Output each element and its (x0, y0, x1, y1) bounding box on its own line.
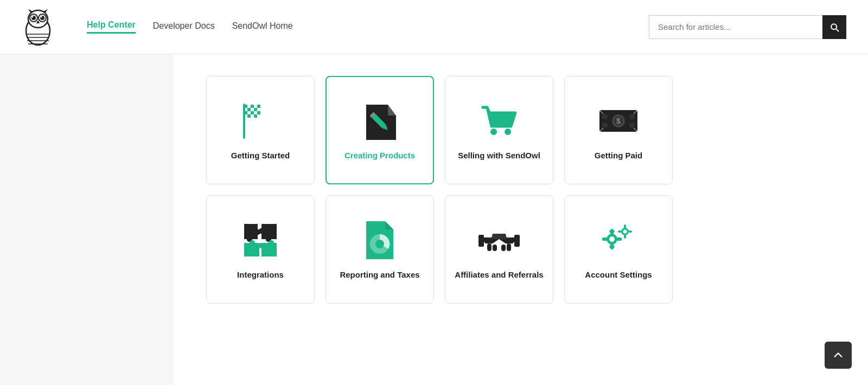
svg-rect-72 (628, 230, 632, 233)
svg-rect-53 (507, 243, 511, 251)
svg-rect-21 (247, 108, 251, 111)
card-getting-started[interactable]: Getting Started (206, 76, 315, 184)
svg-point-46 (629, 114, 635, 119)
svg-rect-34 (257, 114, 260, 118)
card-selling-with-sendowl[interactable]: Selling with SendOwl (445, 76, 553, 184)
svg-rect-62 (616, 238, 622, 241)
main-nav: Help Center Developer Docs SendOwl Home (87, 20, 627, 34)
logo-icon (22, 8, 54, 46)
svg-rect-69 (624, 224, 626, 228)
card-creating-products[interactable]: Creating Products (326, 76, 434, 184)
content-area: Getting Started (174, 54, 868, 385)
svg-rect-35 (243, 104, 245, 139)
nav-sendowl-home[interactable]: SendOwl Home (232, 21, 293, 33)
card-account-settings-label: Account Settings (585, 270, 652, 280)
svg-rect-22 (251, 108, 254, 111)
logo[interactable] (22, 8, 54, 46)
svg-point-45 (602, 114, 608, 119)
search-button[interactable] (822, 15, 846, 39)
svg-rect-19 (257, 105, 260, 108)
svg-point-47 (602, 123, 608, 128)
reporting-icon (358, 219, 401, 262)
card-creating-products-label: Creating Products (344, 150, 415, 161)
svg-point-40 (505, 129, 511, 135)
search-input[interactable] (649, 15, 822, 39)
svg-rect-56 (514, 235, 520, 247)
card-reporting-label: Reporting and Taxes (340, 270, 419, 280)
svg-point-58 (609, 236, 615, 242)
card-getting-started-label: Getting Started (231, 150, 290, 161)
card-getting-paid[interactable]: $ Getting Paid (564, 76, 673, 184)
search-area (649, 15, 846, 39)
card-getting-paid-label: Getting Paid (595, 150, 642, 161)
sidebar (0, 54, 174, 385)
svg-point-11 (41, 16, 42, 17)
card-integrations[interactable]: Integrations (206, 195, 315, 304)
svg-point-50 (375, 240, 384, 248)
affiliates-icon (477, 219, 521, 262)
svg-rect-31 (247, 114, 251, 118)
svg-rect-23 (254, 108, 257, 111)
svg-rect-70 (624, 235, 626, 239)
scroll-to-top-button[interactable] (825, 342, 852, 369)
account-settings-icon (597, 219, 640, 262)
svg-point-39 (490, 129, 497, 135)
card-reporting-taxes[interactable]: Reporting and Taxes (326, 195, 434, 304)
svg-point-48 (629, 123, 635, 128)
nav-help-center[interactable]: Help Center (87, 20, 136, 34)
card-account-settings[interactable]: Account Settings (564, 195, 673, 304)
svg-rect-32 (251, 114, 254, 118)
svg-text:$: $ (616, 117, 621, 125)
card-affiliates[interactable]: Affiliates and Referrals (445, 195, 553, 304)
getting-paid-icon: $ (597, 99, 640, 143)
svg-rect-54 (501, 245, 506, 251)
getting-started-icon (239, 99, 282, 143)
svg-rect-17 (251, 105, 254, 108)
svg-rect-51 (487, 243, 492, 251)
chevron-up-icon (832, 349, 844, 361)
main-layout: Getting Started (0, 54, 868, 385)
nav-developer-docs[interactable]: Developer Docs (153, 21, 215, 33)
search-icon (829, 22, 840, 33)
integrations-icon (239, 219, 282, 262)
svg-rect-18 (254, 105, 257, 108)
svg-rect-24 (257, 108, 260, 111)
svg-point-68 (623, 230, 627, 234)
svg-rect-33 (254, 114, 257, 118)
svg-point-10 (32, 16, 34, 17)
svg-rect-16 (247, 105, 251, 108)
svg-rect-29 (257, 111, 260, 114)
card-affiliates-label: Affiliates and Referrals (455, 270, 543, 280)
svg-rect-26 (247, 111, 251, 114)
selling-icon (477, 99, 521, 143)
cards-grid: Getting Started (206, 76, 835, 304)
header: Help Center Developer Docs SendOwl Home (0, 0, 868, 54)
svg-rect-28 (254, 111, 257, 114)
card-integrations-label: Integrations (237, 270, 284, 280)
creating-products-icon (358, 99, 401, 143)
card-selling-label: Selling with SendOwl (458, 150, 540, 161)
svg-rect-71 (618, 230, 622, 233)
svg-rect-61 (602, 238, 608, 241)
svg-rect-55 (478, 235, 484, 247)
svg-rect-27 (251, 111, 254, 114)
svg-rect-52 (493, 245, 497, 251)
